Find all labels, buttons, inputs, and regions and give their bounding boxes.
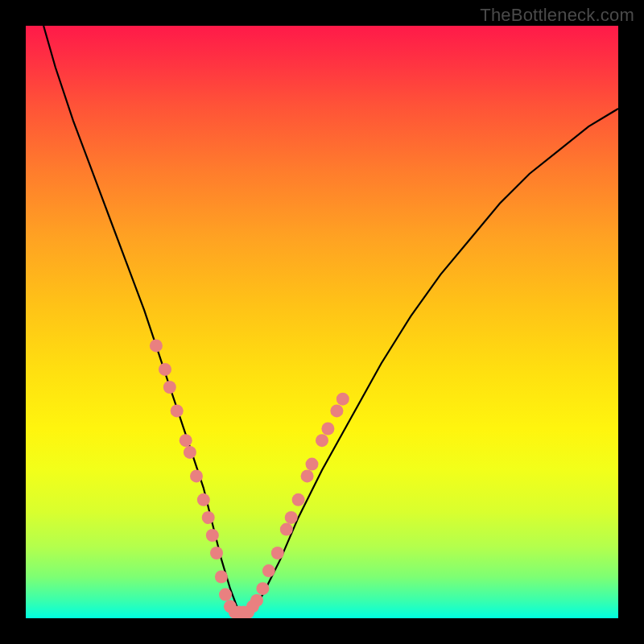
marker-dot <box>210 547 223 559</box>
marker-dot <box>163 381 176 394</box>
marker-dot <box>197 493 210 506</box>
plot-area <box>26 26 618 618</box>
marker-dot <box>256 582 269 595</box>
marker-dot <box>285 511 298 524</box>
main-curve <box>43 26 618 613</box>
chart-svg <box>26 26 618 618</box>
marker-dot <box>316 434 328 447</box>
marker-dot <box>306 458 319 471</box>
marker-dot <box>180 434 192 447</box>
marker-dot <box>330 404 343 417</box>
watermark-text: TheBottleneck.com <box>480 5 634 26</box>
marker-dot <box>206 529 219 542</box>
marker-dot <box>292 493 305 506</box>
marker-dot <box>280 523 293 536</box>
marker-dot <box>219 588 232 601</box>
marker-dot <box>301 469 314 482</box>
marker-dot <box>262 564 275 577</box>
marker-dot <box>215 571 228 584</box>
marker-dot <box>336 393 349 406</box>
chart-frame: TheBottleneck.com <box>0 0 644 644</box>
marker-dot <box>250 594 263 607</box>
marker-dot <box>202 511 215 524</box>
marker-dot <box>184 446 196 459</box>
marker-dot <box>171 404 184 417</box>
marker-dot <box>150 339 163 352</box>
marker-dot <box>190 469 203 482</box>
marker-dots <box>150 339 349 618</box>
marker-dot <box>271 547 284 559</box>
marker-dot <box>159 363 171 376</box>
marker-dot <box>321 423 334 436</box>
